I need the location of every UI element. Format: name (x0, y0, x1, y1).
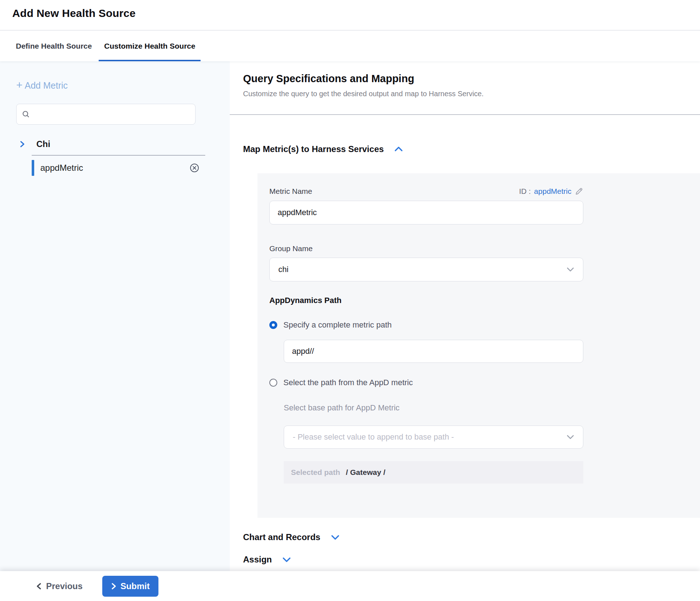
chevron-down-icon (566, 435, 574, 440)
metric-name-input[interactable] (269, 201, 583, 224)
chart-and-records-section-toggle[interactable]: Chart and Records (243, 531, 700, 543)
dialog-body: + Add Metric (0, 61, 700, 571)
tree-group-label: Chi (36, 139, 50, 149)
section-heading: Chart and Records (243, 532, 320, 542)
plus-icon: + (16, 80, 23, 90)
chevron-right-icon (19, 140, 26, 148)
metric-mapping-card: Metric Name ID : appdMetric Group Nam (257, 173, 700, 518)
group-name-label: Group Name (269, 244, 700, 253)
radio-label: Select the path from the AppD metric (283, 378, 413, 387)
selected-indicator (32, 160, 34, 176)
search-icon (22, 110, 30, 119)
metric-name-row: Metric Name ID : appdMetric (269, 186, 583, 196)
chevron-down-icon (282, 556, 291, 563)
page-subtitle: Customize the query to get the desired o… (243, 90, 700, 98)
previous-label: Previous (46, 581, 82, 591)
edit-icon[interactable] (575, 187, 583, 196)
selected-path-label: Selected path (291, 468, 340, 477)
selected-path-value: / Gateway / (346, 468, 386, 477)
metric-tree: Chi appdMetric (16, 136, 230, 178)
metrics-sidebar: + Add Metric (0, 61, 230, 571)
divider (32, 155, 205, 156)
dialog-footer: Previous Submit (0, 571, 700, 601)
chevron-left-icon (36, 582, 42, 590)
complete-metric-path-input[interactable] (284, 340, 583, 363)
group-name-select[interactable]: chi (269, 258, 583, 281)
tree-item-label: appdMetric (40, 163, 189, 173)
group-name-value: chi (278, 265, 288, 274)
add-metric-button[interactable]: + Add Metric (16, 80, 68, 91)
dialog-header: Add New Health Source (0, 0, 700, 31)
chevron-down-icon (331, 534, 340, 540)
map-metrics-section-toggle[interactable]: Map Metric(s) to Harness Services (243, 142, 700, 157)
tab-label: Define Health Source (16, 42, 92, 50)
tree-item-appdmetric[interactable]: appdMetric (32, 158, 205, 178)
metric-name-label: Metric Name (269, 187, 312, 196)
chevron-right-icon (111, 582, 117, 590)
appdynamics-path-heading: AppDynamics Path (269, 296, 700, 305)
chevron-up-icon (394, 146, 403, 152)
search-input[interactable] (34, 110, 190, 119)
base-path-label: Select base path for AppD Metric (284, 403, 583, 413)
dialog-title: Add New Health Source (12, 7, 700, 19)
base-path-select[interactable]: - Please select value to append to base … (284, 426, 583, 449)
metric-id-value[interactable]: appdMetric (534, 187, 571, 196)
submit-button[interactable]: Submit (102, 576, 158, 597)
tab-customize-health-source[interactable]: Customize Health Source (99, 31, 201, 61)
tab-define-health-source[interactable]: Define Health Source (10, 31, 97, 61)
page-title: Query Specifications and Mapping (243, 73, 700, 85)
section-heading: Assign (243, 555, 272, 565)
radio-select-appd-path[interactable]: Select the path from the AppD metric (269, 377, 700, 388)
chevron-down-icon (566, 267, 574, 272)
submit-label: Submit (120, 581, 149, 591)
base-path-placeholder: - Please select value to append to base … (293, 432, 454, 442)
delete-metric-icon[interactable] (189, 163, 199, 173)
main-panel: Query Specifications and Mapping Customi… (230, 61, 700, 571)
metric-id: ID : appdMetric (519, 187, 583, 196)
radio-complete-metric-path[interactable]: Specify a complete metric path (269, 320, 700, 330)
add-metric-label: Add Metric (25, 80, 68, 91)
selected-path-bar: Selected path / Gateway / (284, 461, 583, 484)
tree-group-chi[interactable]: Chi (16, 136, 230, 152)
metric-id-label: ID : (519, 187, 531, 196)
previous-button[interactable]: Previous (36, 581, 82, 591)
divider (230, 114, 700, 115)
radio-selected-icon (269, 321, 277, 329)
assign-section-toggle[interactable]: Assign (243, 553, 700, 566)
tab-bar: Define Health Source Customize Health So… (0, 31, 700, 61)
tab-label: Customize Health Source (104, 42, 195, 50)
section-heading: Map Metric(s) to Harness Services (243, 144, 384, 154)
metric-search-box (16, 104, 196, 125)
radio-unselected-icon (269, 379, 277, 387)
add-health-source-dialog: Add New Health Source Define Health Sour… (0, 0, 700, 601)
radio-label: Specify a complete metric path (283, 320, 392, 330)
